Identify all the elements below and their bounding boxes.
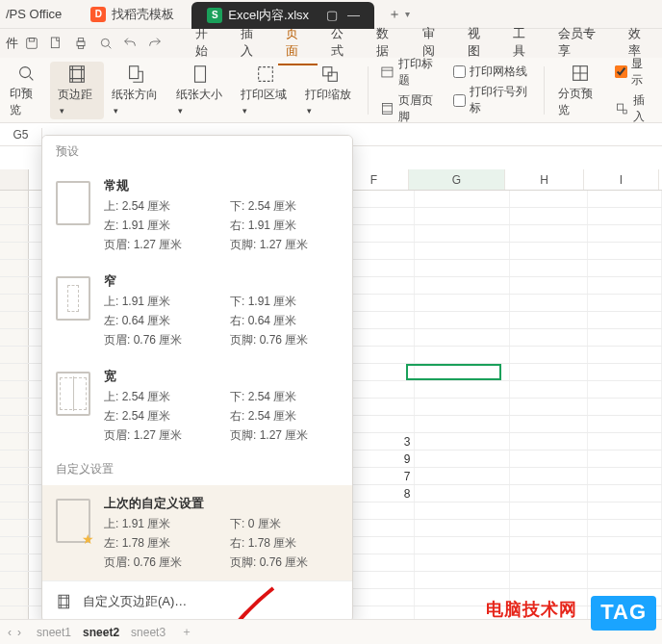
cell[interactable] bbox=[588, 277, 662, 294]
cell[interactable] bbox=[510, 277, 588, 294]
cell[interactable] bbox=[588, 225, 662, 242]
print-gridlines-checkbox[interactable]: 打印网格线 bbox=[453, 64, 533, 80]
tab-file-active[interactable]: S Excel内容.xlsx ▢ — bbox=[191, 2, 374, 29]
cell[interactable] bbox=[510, 260, 588, 276]
cell[interactable] bbox=[510, 364, 588, 380]
cell[interactable] bbox=[346, 225, 415, 242]
cell[interactable] bbox=[588, 520, 662, 536]
print-icon[interactable] bbox=[69, 32, 92, 55]
cell[interactable] bbox=[588, 572, 662, 588]
cell[interactable] bbox=[415, 468, 510, 484]
cell[interactable] bbox=[415, 260, 510, 276]
cell[interactable] bbox=[415, 364, 510, 380]
cell[interactable] bbox=[510, 468, 588, 484]
save-icon[interactable] bbox=[20, 32, 43, 55]
cell[interactable] bbox=[415, 433, 510, 450]
print-rowcol-checkbox[interactable]: 打印行号列标 bbox=[453, 84, 533, 116]
cell[interactable] bbox=[346, 554, 415, 571]
cell[interactable] bbox=[346, 502, 415, 519]
page-break-preview-button[interactable]: 分页预览 bbox=[550, 62, 609, 119]
margin-preset-上次的自定义设置[interactable]: 上次的自定义设置上: 1.91 厘米下: 0 厘米左: 1.78 厘米右: 1.… bbox=[42, 485, 352, 580]
cell[interactable] bbox=[346, 572, 415, 588]
insert-button[interactable]: 插入 bbox=[615, 92, 654, 125]
screen-icon[interactable]: ▢ bbox=[326, 8, 338, 22]
cell[interactable] bbox=[588, 243, 662, 259]
cell[interactable] bbox=[510, 381, 588, 398]
sheet-tab-1[interactable]: sneet2 bbox=[83, 626, 119, 639]
cell[interactable] bbox=[588, 399, 662, 415]
sheet-tab-0[interactable]: sneet1 bbox=[37, 626, 71, 639]
cell[interactable] bbox=[588, 502, 662, 519]
file-menu-partial[interactable]: 件 bbox=[2, 35, 18, 52]
cell[interactable] bbox=[510, 295, 588, 311]
cell[interactable] bbox=[588, 191, 662, 207]
col-header-H[interactable]: H bbox=[505, 169, 584, 190]
cell[interactable] bbox=[415, 191, 510, 207]
paper-size-button[interactable]: 纸张大小▾ bbox=[168, 62, 233, 119]
tab-list-dropdown[interactable]: ▾ bbox=[405, 9, 410, 19]
sheet-tab-2[interactable]: sneet3 bbox=[131, 626, 166, 639]
cell[interactable] bbox=[346, 312, 415, 328]
cell[interactable] bbox=[346, 243, 415, 259]
cell[interactable] bbox=[346, 520, 415, 536]
cell[interactable] bbox=[415, 329, 510, 346]
cell[interactable] bbox=[588, 468, 662, 484]
cell[interactable] bbox=[510, 451, 588, 467]
cell[interactable] bbox=[588, 312, 662, 328]
menu-tab-8[interactable]: 会员专享 bbox=[550, 21, 614, 65]
print-scale-button[interactable]: 打印缩放▾ bbox=[297, 62, 362, 119]
nav-prev[interactable]: ‹ bbox=[8, 626, 12, 639]
select-all-corner[interactable] bbox=[0, 169, 29, 190]
cell[interactable]: 8 bbox=[346, 485, 415, 502]
margin-preset-宽[interactable]: 宽上: 2.54 厘米下: 2.54 厘米左: 2.54 厘米右: 2.54 厘… bbox=[42, 358, 352, 453]
new-tab-button[interactable]: ＋ bbox=[388, 6, 401, 23]
cell[interactable] bbox=[588, 433, 662, 450]
cell[interactable] bbox=[510, 537, 588, 554]
cell[interactable] bbox=[346, 381, 415, 398]
cell[interactable] bbox=[510, 347, 588, 363]
cell[interactable] bbox=[346, 606, 415, 619]
cell[interactable] bbox=[510, 485, 588, 502]
undo-icon[interactable] bbox=[118, 32, 141, 55]
close-icon[interactable]: — bbox=[347, 8, 359, 22]
cell[interactable] bbox=[510, 399, 588, 415]
cell[interactable] bbox=[588, 554, 662, 571]
cell[interactable] bbox=[588, 416, 662, 432]
cell[interactable] bbox=[588, 295, 662, 311]
cell-reference-box[interactable]: G5 bbox=[0, 128, 42, 142]
cell[interactable] bbox=[510, 312, 588, 328]
preview-icon[interactable] bbox=[94, 32, 117, 55]
cell[interactable] bbox=[415, 208, 510, 224]
cell[interactable] bbox=[415, 243, 510, 259]
cell[interactable] bbox=[510, 225, 588, 242]
cell[interactable] bbox=[346, 537, 415, 554]
cell[interactable] bbox=[415, 277, 510, 294]
cell[interactable] bbox=[346, 295, 415, 311]
cell[interactable] bbox=[415, 347, 510, 363]
redo-icon[interactable] bbox=[143, 32, 166, 55]
cell[interactable] bbox=[510, 572, 588, 588]
cell[interactable] bbox=[588, 485, 662, 502]
cell[interactable] bbox=[588, 451, 662, 467]
page-margins-button[interactable]: 页边距▾ bbox=[50, 62, 104, 119]
margin-preset-常规[interactable]: 常规上: 2.54 厘米下: 2.54 厘米左: 1.91 厘米右: 1.91 … bbox=[42, 167, 352, 263]
show-checkbox[interactable]: 显示 bbox=[615, 56, 654, 89]
cell[interactable] bbox=[510, 243, 588, 259]
cell[interactable] bbox=[346, 208, 415, 224]
print-preview-button[interactable]: 印预览 bbox=[2, 62, 50, 119]
cell[interactable]: 9 bbox=[346, 451, 415, 467]
cell[interactable] bbox=[346, 260, 415, 276]
new-icon[interactable] bbox=[45, 32, 68, 55]
cell[interactable] bbox=[510, 329, 588, 346]
menu-tab-7[interactable]: 工具 bbox=[505, 21, 545, 65]
cell[interactable]: 7 bbox=[346, 468, 415, 484]
print-titles-button[interactable]: 打印标题 bbox=[380, 56, 441, 89]
cell[interactable] bbox=[588, 381, 662, 398]
menu-tab-6[interactable]: 视图 bbox=[460, 21, 499, 65]
cell[interactable] bbox=[510, 520, 588, 536]
cell[interactable]: 3 bbox=[346, 433, 415, 450]
cell[interactable] bbox=[415, 572, 510, 588]
cell[interactable] bbox=[510, 502, 588, 519]
cell[interactable] bbox=[346, 364, 415, 380]
cell[interactable] bbox=[346, 589, 415, 605]
